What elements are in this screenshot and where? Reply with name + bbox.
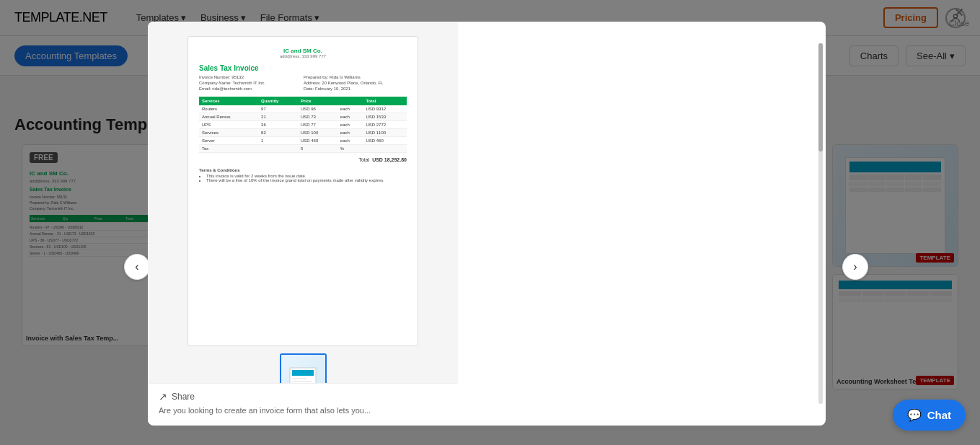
svg-rect-5 (292, 378, 306, 379)
inv-field-label: Email: rida@techsmith.com (199, 87, 302, 91)
modal-scrollbar[interactable] (818, 43, 823, 404)
table-col-services: Services (199, 97, 258, 105)
modal-scrollbar-thumb (818, 43, 823, 151)
svg-rect-6 (292, 381, 312, 382)
close-x-icon (953, 6, 966, 19)
inv-field-label: Address: 20 Kenwood Place, Orlando, FL (304, 81, 407, 85)
table-row: UPS36USD 77eachUSD 2772 (199, 121, 407, 129)
table-col-price: Price (298, 97, 337, 105)
table-row-tax: Tax5% (199, 145, 407, 153)
table-row: Services82USD 100eachUSD 1100 (199, 129, 407, 137)
chat-label: Chat (927, 409, 951, 421)
list-item: There will be a fine of 10% of the invoi… (206, 178, 407, 182)
share-label[interactable]: Share (172, 392, 195, 402)
inv-field-label: Date: February 10, 2021 (304, 87, 407, 91)
chat-button[interactable]: 💬 Chat (893, 400, 966, 431)
table-col-each (337, 97, 363, 105)
invoice-table: Services Quantity Price Total Routers97U… (199, 97, 407, 153)
svg-rect-4 (292, 370, 314, 376)
modal-actions-panel: Invoice with Sales Tax Template Use this… (148, 422, 826, 426)
inv-field-label: Invoice Number: 95132 (199, 75, 302, 79)
share-icon: ↗ (159, 391, 167, 402)
invoice-total: Total USD 18,292.80 (199, 157, 407, 162)
table-row: Server1USD 460eachUSD 460 (199, 137, 407, 145)
invoice-title: Sales Tax Invoice (199, 64, 407, 72)
template-description: Are you looking to create an invoice for… (159, 406, 447, 415)
table-row: Annual Renew.21USD 73eachUSD 1533 (199, 113, 407, 121)
invoice-header: IC and SM Co. add@ress, 333 999 777 (199, 48, 407, 58)
share-bar: ↗ Share (159, 391, 447, 402)
chat-icon: 💬 (907, 408, 922, 422)
total-value: USD 18,292.80 (372, 157, 407, 162)
inv-field-label: Company Name: Techsmith IT Inc. (199, 81, 302, 85)
template-modal: IC and SM Co. add@ress, 333 999 777 Sale… (148, 22, 826, 426)
terms-list: This invoice is valid for 2 weeks from t… (199, 174, 407, 182)
modal-close-top[interactable]: Close (949, 6, 969, 27)
table-row: Routers97USD 96eachUSD 9312 (199, 105, 407, 113)
invoice-meta: Invoice Number: 95132 Prepared by: Rida … (199, 75, 407, 91)
next-arrow-button[interactable]: › (842, 254, 868, 280)
invoice-preview: IC and SM Co. add@ress, 333 999 777 Sale… (187, 36, 418, 346)
close-label: Close (949, 19, 969, 27)
total-label: Total (358, 157, 372, 162)
inv-field-label: Prepared by: Rida G Williams (304, 75, 407, 79)
company-name: IC and SM Co. (199, 48, 407, 54)
company-address: add@ress, 333 999 777 (199, 54, 407, 58)
table-col-total: Total (363, 97, 407, 105)
terms-title: Terms & Conditions (199, 168, 407, 172)
modal-bottom-bar: ↗ Share Are you looking to create an inv… (148, 383, 458, 422)
modal-preview-panel: IC and SM Co. add@ress, 333 999 777 Sale… (148, 22, 458, 422)
prev-arrow-button[interactable]: ‹ (124, 254, 150, 280)
table-col-qty: Quantity (258, 97, 298, 105)
invoice-terms: Terms & Conditions This invoice is valid… (199, 168, 407, 182)
